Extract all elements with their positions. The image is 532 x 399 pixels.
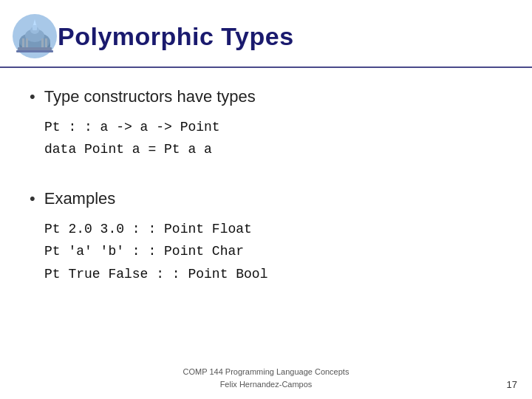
bullet-text-1: Type constructors have types: [44, 86, 256, 109]
code-block-1: Pt : : a -> a -> Point data Point a = Pt…: [44, 116, 502, 161]
logo-icon: [12, 13, 58, 59]
slide-content: • Type constructors have types Pt : : a …: [0, 72, 532, 301]
svg-rect-8: [26, 38, 28, 47]
section-gap-1: [30, 168, 502, 182]
code-line-2-2: Pt 'a' 'b' : : Point Char: [44, 240, 502, 263]
slide-number: 17: [507, 379, 517, 390]
bullet-item-1: • Type constructors have types: [30, 86, 502, 109]
code-line-2-1: Pt 2.0 3.0 : : Point Float: [44, 218, 502, 241]
svg-rect-9: [41, 38, 44, 47]
slide-header: Polymorphic Types: [0, 0, 532, 68]
svg-rect-12: [16, 50, 53, 52]
code-block-2: Pt 2.0 3.0 : : Point Float Pt 'a' 'b' : …: [44, 218, 502, 286]
code-line-1-1: Pt : : a -> a -> Point: [44, 116, 502, 139]
footer-line2: Felix Hernandez-Campos: [0, 378, 532, 391]
svg-rect-5: [33, 24, 37, 30]
svg-rect-11: [18, 47, 52, 50]
footer-line1: COMP 144 Programming Language Concepts: [0, 366, 532, 378]
bullet-icon-1: •: [30, 86, 35, 109]
code-line-1-2: data Point a = Pt a a: [44, 138, 502, 161]
slide: Polymorphic Types • Type constructors ha…: [0, 0, 532, 399]
slide-title: Polymorphic Types: [58, 22, 294, 51]
bullet-item-2: • Examples: [30, 188, 502, 211]
svg-rect-7: [22, 38, 24, 47]
code-line-2-3: Pt True False : : Point Bool: [44, 263, 502, 286]
svg-rect-10: [45, 38, 47, 47]
bullet-text-2: Examples: [44, 188, 116, 211]
bullet-icon-2: •: [30, 188, 35, 211]
slide-footer: COMP 144 Programming Language Concepts F…: [0, 366, 532, 390]
